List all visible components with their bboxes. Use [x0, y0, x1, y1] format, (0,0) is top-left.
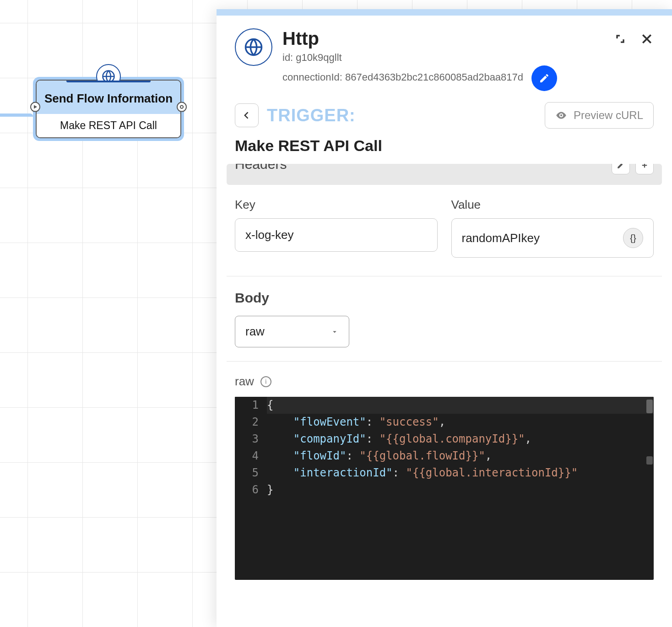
header-key-input[interactable]	[245, 228, 427, 242]
node-title: Send Flow Information	[37, 81, 180, 114]
header-value-input[interactable]	[462, 231, 618, 245]
panel-connection-id: connectionId: 867ed4363b2bc21c860085ad2b…	[282, 71, 523, 83]
headers-section-header[interactable]: Headers	[227, 164, 662, 185]
edit-headers-button[interactable]	[612, 164, 630, 174]
action-title: Make REST API Call	[217, 133, 672, 164]
svg-point-2	[180, 105, 183, 108]
edit-button[interactable]	[531, 65, 557, 91]
chevron-down-icon	[331, 328, 339, 336]
svg-point-4	[560, 114, 562, 116]
preview-curl-label: Preview cURL	[574, 109, 643, 122]
close-icon[interactable]	[640, 32, 654, 48]
header-kv-row: Key Value {}	[227, 185, 662, 276]
panel-body[interactable]: Headers Key Value {}	[217, 164, 672, 627]
trigger-label: TRIGGER:	[267, 106, 356, 125]
raw-label: raw	[235, 374, 254, 389]
headers-label: Headers	[235, 164, 287, 172]
info-icon[interactable]: i	[260, 376, 271, 387]
panel-title: Http	[282, 28, 557, 49]
editor-minimap-thumb[interactable]	[646, 456, 653, 465]
back-button[interactable]	[235, 103, 259, 127]
flow-node[interactable]: Send Flow Information Make REST API Call	[33, 77, 184, 141]
flow-wire	[0, 114, 33, 119]
output-port[interactable]	[177, 102, 187, 112]
input-port[interactable]	[30, 102, 40, 112]
code-line[interactable]: 2 "flowEvent": "success",	[235, 414, 654, 431]
expression-button[interactable]: {}	[623, 228, 643, 248]
code-line[interactable]: 1{	[235, 397, 654, 414]
svg-marker-1	[34, 105, 37, 109]
body-label: Body	[235, 290, 654, 306]
editor-scrollbar[interactable]	[646, 400, 653, 413]
key-input-wrapper	[235, 218, 438, 252]
preview-curl-button[interactable]: Preview cURL	[545, 102, 654, 129]
body-type-select[interactable]: raw	[235, 316, 349, 347]
globe-icon	[235, 28, 272, 66]
code-line[interactable]: 5 "interactionId": "{{global.interaction…	[235, 465, 654, 481]
code-line[interactable]: 3 "companyId": "{{global.companyId}}",	[235, 431, 654, 448]
node-subtitle: Make REST API Call	[37, 114, 180, 137]
code-line[interactable]: 4 "flowId": "{{global.flowId}}",	[235, 448, 654, 465]
panel-id: id: g10k9qgllt	[282, 52, 557, 64]
panel-accent-bar	[217, 9, 672, 16]
expand-icon[interactable]	[614, 33, 626, 47]
body-type-value: raw	[245, 324, 265, 339]
value-input-wrapper: {}	[451, 218, 654, 258]
value-label: Value	[451, 198, 654, 212]
add-header-button[interactable]	[635, 164, 654, 174]
key-label: Key	[235, 198, 438, 212]
detail-panel: Http id: g10k9qgllt connectionId: 867ed4…	[217, 9, 672, 627]
raw-code-editor[interactable]: 1{2 "flowEvent": "success",3 "companyId"…	[235, 397, 654, 580]
code-line[interactable]: 6}	[235, 481, 654, 498]
